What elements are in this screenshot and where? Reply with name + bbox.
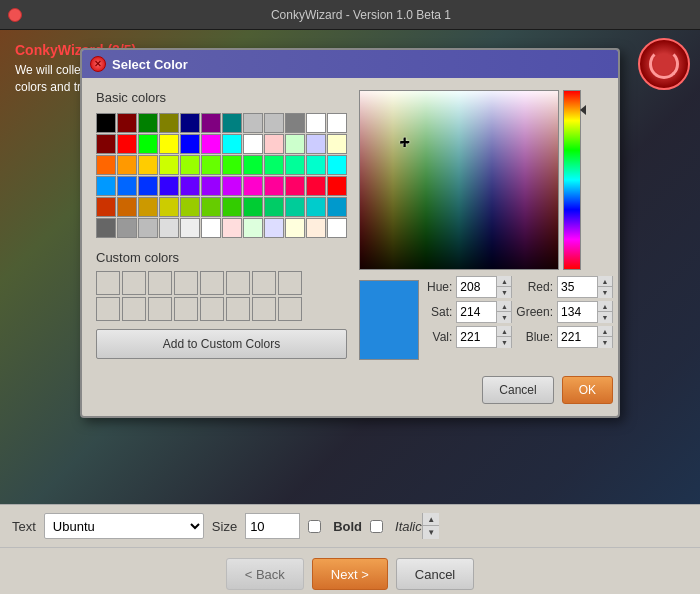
blue-input[interactable] — [558, 330, 597, 344]
window-close-button[interactable] — [8, 8, 22, 22]
basic-color-swatch[interactable] — [180, 176, 200, 196]
basic-color-swatch[interactable] — [285, 197, 305, 217]
custom-swatch[interactable] — [252, 271, 276, 295]
custom-swatch[interactable] — [278, 271, 302, 295]
custom-swatch[interactable] — [200, 271, 224, 295]
basic-color-swatch[interactable] — [180, 113, 200, 133]
basic-color-swatch[interactable] — [117, 134, 137, 154]
basic-color-swatch[interactable] — [264, 197, 284, 217]
basic-color-swatch[interactable] — [264, 155, 284, 175]
basic-color-swatch[interactable] — [180, 197, 200, 217]
hue-spin-down[interactable]: ▼ — [497, 287, 511, 298]
basic-color-swatch[interactable] — [96, 197, 116, 217]
basic-color-swatch[interactable] — [117, 197, 137, 217]
custom-swatch[interactable] — [226, 297, 250, 321]
dialog-ok-button[interactable]: OK — [562, 376, 613, 404]
basic-color-swatch[interactable] — [306, 155, 326, 175]
basic-color-swatch[interactable] — [159, 113, 179, 133]
basic-color-swatch[interactable] — [243, 113, 263, 133]
basic-color-swatch[interactable] — [222, 113, 242, 133]
custom-swatch[interactable] — [278, 297, 302, 321]
basic-color-swatch[interactable] — [222, 134, 242, 154]
basic-color-swatch[interactable] — [159, 218, 179, 238]
basic-color-swatch[interactable] — [243, 197, 263, 217]
basic-color-swatch[interactable] — [201, 113, 221, 133]
basic-color-swatch[interactable] — [138, 176, 158, 196]
basic-color-swatch[interactable] — [138, 218, 158, 238]
basic-color-swatch[interactable] — [159, 134, 179, 154]
basic-color-swatch[interactable] — [96, 218, 116, 238]
basic-color-swatch[interactable] — [117, 155, 137, 175]
basic-color-swatch[interactable] — [180, 218, 200, 238]
basic-color-swatch[interactable] — [201, 218, 221, 238]
custom-swatch[interactable] — [148, 271, 172, 295]
basic-color-swatch[interactable] — [306, 176, 326, 196]
custom-swatch[interactable] — [200, 297, 224, 321]
val-spinbox[interactable]: ▲ ▼ — [456, 326, 512, 348]
basic-color-swatch[interactable] — [243, 155, 263, 175]
dialog-close-button[interactable]: ✕ — [90, 56, 106, 72]
add-custom-colors-button[interactable]: Add to Custom Colors — [96, 329, 347, 359]
custom-swatch[interactable] — [174, 271, 198, 295]
basic-color-swatch[interactable] — [222, 218, 242, 238]
hue-slider[interactable] — [563, 90, 581, 270]
basic-color-swatch[interactable] — [285, 113, 305, 133]
basic-color-swatch[interactable] — [117, 218, 137, 238]
red-spin-down[interactable]: ▼ — [598, 287, 612, 298]
basic-color-swatch[interactable] — [243, 176, 263, 196]
red-spinbox[interactable]: ▲ ▼ — [557, 276, 613, 298]
basic-color-swatch[interactable] — [201, 197, 221, 217]
blue-spin-up[interactable]: ▲ — [598, 326, 612, 337]
custom-swatch[interactable] — [226, 271, 250, 295]
basic-color-swatch[interactable] — [306, 218, 326, 238]
hue-spin-up[interactable]: ▲ — [497, 276, 511, 287]
red-spin-up[interactable]: ▲ — [598, 276, 612, 287]
basic-color-swatch[interactable] — [222, 155, 242, 175]
basic-color-swatch[interactable] — [96, 176, 116, 196]
basic-color-swatch[interactable] — [138, 134, 158, 154]
color-gradient-canvas[interactable]: + — [359, 90, 559, 270]
custom-swatch[interactable] — [122, 297, 146, 321]
basic-color-swatch[interactable] — [180, 134, 200, 154]
red-input[interactable] — [558, 280, 597, 294]
custom-swatch[interactable] — [122, 271, 146, 295]
val-spin-down[interactable]: ▼ — [497, 337, 511, 348]
blue-spinbox[interactable]: ▲ ▼ — [557, 326, 613, 348]
basic-color-swatch[interactable] — [264, 176, 284, 196]
dialog-cancel-button[interactable]: Cancel — [482, 376, 553, 404]
basic-color-swatch[interactable] — [96, 113, 116, 133]
basic-color-swatch[interactable] — [264, 218, 284, 238]
basic-color-swatch[interactable] — [117, 113, 137, 133]
basic-color-swatch[interactable] — [306, 113, 326, 133]
basic-color-swatch[interactable] — [285, 176, 305, 196]
basic-color-swatch[interactable] — [264, 134, 284, 154]
basic-color-swatch[interactable] — [117, 176, 137, 196]
basic-color-swatch[interactable] — [327, 197, 347, 217]
basic-color-swatch[interactable] — [222, 176, 242, 196]
basic-color-swatch[interactable] — [96, 134, 116, 154]
val-spin-up[interactable]: ▲ — [497, 326, 511, 337]
basic-color-swatch[interactable] — [159, 155, 179, 175]
basic-color-swatch[interactable] — [243, 218, 263, 238]
basic-color-swatch[interactable] — [285, 134, 305, 154]
basic-color-swatch[interactable] — [327, 176, 347, 196]
basic-color-swatch[interactable] — [138, 197, 158, 217]
basic-color-swatch[interactable] — [327, 155, 347, 175]
basic-color-swatch[interactable] — [264, 113, 284, 133]
basic-color-swatch[interactable] — [306, 197, 326, 217]
basic-color-swatch[interactable] — [159, 197, 179, 217]
basic-color-swatch[interactable] — [222, 197, 242, 217]
blue-spin-down[interactable]: ▼ — [598, 337, 612, 348]
basic-color-swatch[interactable] — [306, 134, 326, 154]
sat-spin-up[interactable]: ▲ — [497, 301, 511, 312]
basic-color-swatch[interactable] — [285, 155, 305, 175]
green-spinbox[interactable]: ▲ ▼ — [557, 301, 613, 323]
custom-swatch[interactable] — [96, 297, 120, 321]
basic-color-swatch[interactable] — [180, 155, 200, 175]
val-input[interactable] — [457, 330, 496, 344]
basic-color-swatch[interactable] — [96, 155, 116, 175]
basic-color-swatch[interactable] — [243, 134, 263, 154]
hue-spinbox[interactable]: ▲ ▼ — [456, 276, 512, 298]
basic-color-swatch[interactable] — [138, 155, 158, 175]
basic-color-swatch[interactable] — [327, 134, 347, 154]
